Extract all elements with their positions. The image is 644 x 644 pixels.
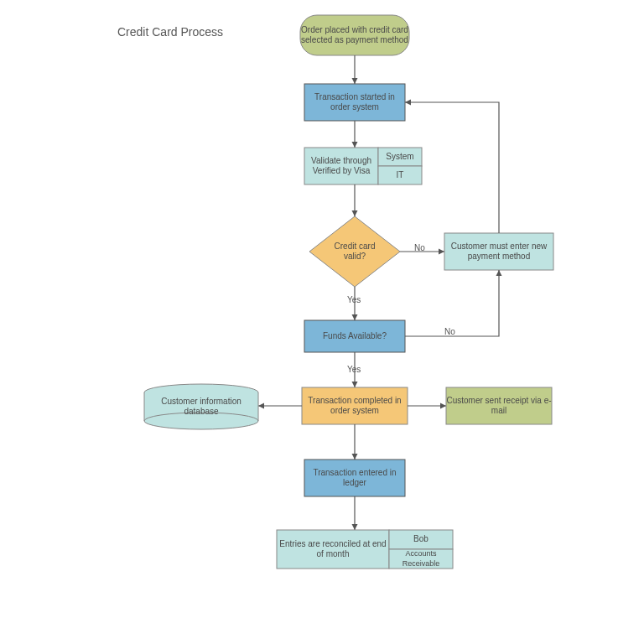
edge-label-yes-2: Yes xyxy=(347,365,361,374)
edge-label-yes-1: Yes xyxy=(347,295,361,304)
node-cust-db xyxy=(144,384,258,429)
node-start xyxy=(300,15,409,55)
svg-point-10 xyxy=(144,413,258,429)
node-reconcile-b xyxy=(389,549,453,569)
node-ledger xyxy=(304,460,405,496)
page-title: Credit Card Process xyxy=(117,25,223,39)
node-reconcile-a xyxy=(389,530,453,549)
edge-label-no-2: No xyxy=(444,327,455,336)
node-validate-b xyxy=(378,166,422,184)
node-receipt xyxy=(446,387,552,424)
node-txn-complete xyxy=(302,387,408,424)
node-validate-a xyxy=(378,148,422,166)
node-txn-started xyxy=(304,84,405,121)
node-valid-decision xyxy=(309,216,400,287)
edge-label-no-1: No xyxy=(414,243,425,252)
node-funds xyxy=(304,320,405,352)
flowchart-canvas xyxy=(0,0,644,644)
node-validate-main xyxy=(304,148,378,184)
node-new-payment xyxy=(444,233,553,270)
node-reconcile-main xyxy=(277,530,389,569)
